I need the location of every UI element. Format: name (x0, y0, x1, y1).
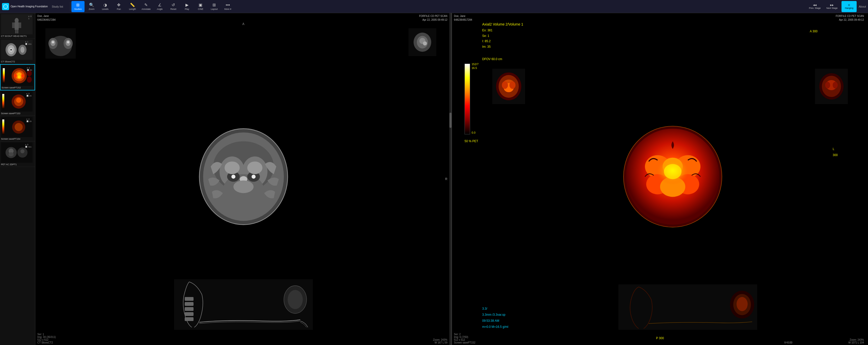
vp-left-scrollbar-thumb[interactable] (450, 113, 452, 128)
vp-left-header-right: FORFILE CD PET SCAN Apr 22, 2005 09:49:1… (419, 14, 447, 22)
next-stage-button[interactable]: ▶▶ Next Stage (824, 1, 839, 12)
svg-point-53 (234, 180, 254, 193)
svg-point-1 (4, 5, 6, 7)
angle-icon: ∠ (158, 2, 161, 7)
svg-point-39 (8, 152, 13, 156)
tool-reset[interactable]: ↺ Reset (167, 1, 180, 12)
prev-stage-button[interactable]: ◀◀ Prev. Stage (807, 1, 822, 12)
svg-point-26 (27, 77, 32, 83)
svg-point-63 (52, 41, 54, 44)
svg-point-13 (10, 49, 12, 51)
tool-more[interactable]: ••• More ▾ (221, 1, 235, 12)
svg-rect-4 (14, 22, 19, 30)
study-list-button[interactable]: Study list (52, 5, 63, 8)
svg-point-56 (252, 174, 256, 178)
svg-rect-5 (12, 23, 14, 28)
svg-point-87 (664, 164, 682, 179)
tool-angle[interactable]: ∠ Angle (153, 1, 166, 12)
svg-point-51 (224, 162, 240, 174)
hanging-button[interactable]: ⊡ Hanging (841, 1, 857, 12)
svg-point-35 (14, 123, 23, 131)
tool-studies[interactable]: ⊞ Studies (71, 1, 85, 12)
ct-sagittal-view (174, 279, 313, 330)
about-button[interactable]: About (859, 5, 866, 8)
topbar: Open Health Imaging Foundation Study lis… (0, 0, 868, 13)
reset-icon: ↺ (172, 2, 175, 7)
colorbar-min-label: 0.0 (472, 131, 475, 134)
zoom-icon: 🔍 (89, 2, 94, 7)
vp-right-pct-pet: 50 % PET (465, 139, 478, 143)
svg-rect-71 (185, 297, 193, 301)
vp-right-header: Doe, Jane 6482364817284 (454, 14, 472, 22)
ct-thumb-left-top (45, 28, 76, 59)
vp-right-l-label: L 300 (833, 146, 838, 158)
vp-right-v-label: V=0.00 (784, 341, 792, 344)
orientation-right-label: R (445, 177, 447, 181)
series-item-2[interactable]: s: 1🔲 211 CT SlicesCT2 (0, 39, 35, 64)
tool-pan[interactable]: ✥ Pan (112, 1, 125, 12)
logo-text: Open Health Imaging Foundation (10, 5, 48, 8)
vp-left-scrollbar[interactable] (450, 13, 452, 345)
more-icon: ••• (226, 3, 230, 7)
series-num-6: s: 5🔲 311 (25, 143, 32, 148)
logo-icon (2, 3, 9, 10)
sidebar: s: 01 CT SCOUT HEAD INCT1 s: 1🔲 211 (0, 13, 35, 345)
svg-rect-7 (15, 30, 17, 33)
viewport-left[interactable]: Doe, Jane 6482364817284 FORFILE CD PET S… (35, 13, 452, 345)
main-layout: s: 01 CT SCOUT HEAD INCT1 s: 1🔲 211 (0, 13, 868, 345)
svg-rect-73 (185, 307, 193, 311)
svg-point-24 (22, 74, 24, 78)
series-item-5[interactable]: s: 4🔲 20 Screen savePT154 (0, 116, 35, 141)
orientation-top-label: A (242, 22, 244, 26)
viewports-container: Doe, Jane 6482364817284 FORFILE CD PET S… (35, 13, 868, 345)
series-label-5: Screen savePT154 (1, 138, 34, 140)
svg-point-77 (288, 290, 303, 309)
tool-play[interactable]: ▶ Play (180, 1, 193, 12)
studies-icon: ⊞ (76, 2, 80, 7)
series-item-1[interactable]: s: 01 CT SCOUT HEAD INCT1 (0, 13, 35, 39)
tool-cine[interactable]: ▣ CINE (194, 1, 207, 12)
ct-thumb-right-top (408, 28, 436, 56)
series-label-6: PET AC 2DPT1 (1, 163, 34, 166)
svg-point-31 (16, 98, 21, 103)
pan-icon: ✥ (117, 2, 120, 7)
ct-brain-main (183, 116, 304, 237)
series-item-3[interactable]: s: 2🔲 50 Screen savePT152 (0, 64, 35, 90)
series-item-4[interactable]: s: 3🔲 20 Screen savePT153 (0, 90, 35, 116)
pet-thumb-right (815, 69, 848, 104)
divider-1 (70, 2, 70, 11)
svg-point-69 (423, 41, 427, 46)
svg-point-55 (231, 174, 236, 178)
vp-right-bottom-left: Ser: 2 Img: 6 (7/50) 512 x 512 Screen sa… (454, 333, 475, 344)
vp-right-bottom-info: 3.3/ 3.3mm /3.3var.sp 09:53:38 AM m=0.0 … (482, 306, 508, 330)
next-stage-icon: ▶▶ (830, 4, 834, 6)
series-item-6[interactable]: s: 5🔲 311 PET AC 2DPT1 (0, 141, 35, 167)
series-thumb-6: s: 5🔲 311 (1, 142, 33, 163)
tool-layout[interactable]: ⊞ Layout (208, 1, 221, 12)
series-label-4: Screen savePT153 (1, 112, 34, 115)
prev-stage-icon: ◀◀ (813, 4, 816, 6)
vp-right-title: Axial2 Volume 2/Volume 1 (482, 22, 523, 26)
svg-point-95 (509, 81, 516, 89)
svg-rect-33 (2, 119, 4, 135)
svg-rect-6 (19, 23, 21, 28)
svg-rect-72 (185, 302, 193, 306)
levels-icon: ◑ (103, 2, 107, 7)
tool-annotate[interactable]: ✎ Annotate (140, 1, 153, 12)
vp-left-bottom-left: Ser: 1 Img: 34 (35/311) 512 x 512 CT Sli… (37, 333, 56, 344)
vp-right-dfov: DFOV 60.0 cm (482, 57, 502, 61)
svg-point-23 (14, 74, 17, 78)
colorbar-labels: 152/7 16.5 (472, 62, 479, 70)
tool-levels[interactable]: ◑ Levels (99, 1, 112, 12)
toolbar-group: ⊞ Studies 🔍 Zoom ◑ Levels ✥ Pan 📏 Length… (71, 1, 235, 12)
play-icon: ▶ (185, 2, 188, 7)
tool-zoom[interactable]: 🔍 Zoom (85, 1, 98, 12)
vp-right-p-label: P 300 (656, 337, 664, 340)
series-num-1: s: 01 (28, 15, 32, 20)
tool-length[interactable]: 📏 Length (126, 1, 139, 12)
series-thumb-5: s: 4🔲 20 (1, 117, 33, 137)
viewport-right[interactable]: Doe, Jane 6482364817284 FORFILE CD PET S… (452, 13, 868, 345)
pet-sagittal-view (618, 284, 757, 330)
hanging-icon: ⊡ (848, 4, 850, 6)
layout-icon: ⊞ (213, 2, 216, 7)
